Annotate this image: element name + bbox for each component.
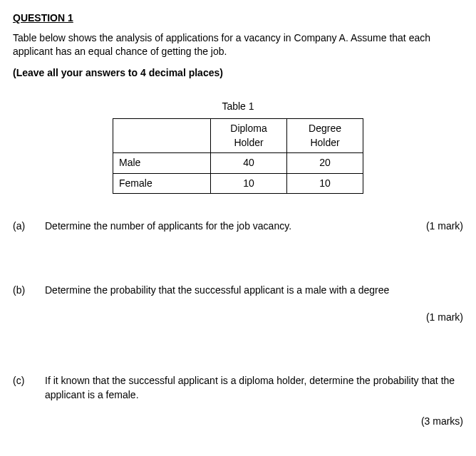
cell-male-diploma: 40: [211, 153, 287, 174]
col-header-degree: Degree Holder: [287, 118, 363, 152]
part-c-text: If it known that the successful applican…: [45, 374, 463, 402]
instruction-text: (Leave all your answers to 4 decimal pla…: [13, 66, 463, 81]
cell-male-degree: 20: [287, 153, 363, 174]
table-empty-corner: [113, 118, 211, 152]
part-c-marks: (3 marks): [45, 415, 463, 429]
cell-female-degree: 10: [287, 173, 363, 194]
part-c: (c) If it known that the successful appl…: [13, 374, 463, 429]
table-row: Male 40 20: [113, 153, 363, 174]
table-header-row: Diploma Holder Degree Holder: [113, 118, 363, 152]
table-row: Female 10 10: [113, 173, 363, 194]
part-b-body: Determine the probability that the succe…: [45, 284, 463, 324]
part-b-text: Determine the probability that the succe…: [45, 284, 463, 298]
table-wrap: Diploma Holder Degree Holder Male 40 20 …: [13, 118, 463, 194]
intro-text: Table below shows the analysis of applic…: [13, 31, 463, 59]
part-b-label: (b): [13, 284, 45, 298]
part-a: (a) Determine the number of applicants f…: [13, 219, 463, 234]
row-label-female: Female: [113, 173, 211, 194]
part-a-text: Determine the number of applicants for t…: [45, 220, 291, 232]
part-b: (b) Determine the probability that the s…: [13, 284, 463, 324]
part-a-marks: (1 mark): [426, 219, 463, 234]
col-header-diploma: Diploma Holder: [211, 118, 287, 152]
table-caption: Table 1: [13, 100, 463, 114]
question-heading: QUESTION 1: [13, 11, 463, 26]
part-a-label: (a): [13, 219, 45, 234]
part-c-label: (c): [13, 374, 45, 388]
data-table: Diploma Holder Degree Holder Male 40 20 …: [113, 118, 363, 194]
part-a-body: Determine the number of applicants for t…: [45, 219, 463, 234]
cell-female-diploma: 10: [211, 173, 287, 194]
part-b-marks: (1 mark): [45, 311, 463, 325]
row-label-male: Male: [113, 153, 211, 174]
part-c-body: If it known that the successful applican…: [45, 374, 463, 429]
